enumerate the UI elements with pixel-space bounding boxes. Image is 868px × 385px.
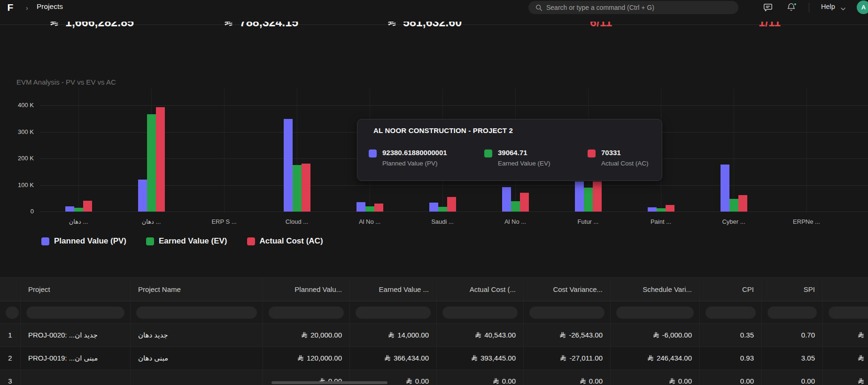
table-row[interactable]: 30.000.000.000.000.000.000.00 — [0, 370, 868, 385]
cell-spi[interactable]: 3.05 — [762, 347, 823, 369]
bar[interactable] — [356, 202, 365, 212]
search-input[interactable] — [528, 1, 738, 14]
bar[interactable] — [511, 201, 520, 212]
cell-sched_var[interactable]: 246,434.00 — [611, 347, 700, 369]
bar[interactable] — [293, 165, 302, 212]
col-header-earned[interactable]: Earned Value ... — [350, 278, 437, 301]
legend-item[interactable]: Earned Value (EV) — [146, 236, 227, 246]
cell-idx[interactable]: 2 — [0, 347, 21, 369]
table-row[interactable]: 2PROJ-0019: ...ان‎ مبنىدهان‎ مبنى120,000… — [0, 347, 868, 370]
bar[interactable] — [721, 165, 729, 212]
cell-project[interactable] — [21, 370, 131, 385]
cell-idx[interactable]: 1 — [0, 324, 21, 346]
cell-actual[interactable]: 0.00 — [437, 370, 524, 385]
bar[interactable] — [284, 119, 293, 212]
cell-actual[interactable]: 393,445.00 — [437, 347, 524, 369]
cell-project[interactable]: PROJ-0020: ...ان‎ جديد — [21, 324, 131, 346]
bar[interactable] — [438, 207, 447, 212]
cell-name[interactable] — [131, 370, 263, 385]
cell-sched_var[interactable]: 0.00 — [611, 370, 700, 385]
bar[interactable] — [374, 204, 383, 212]
filter-input-extra[interactable] — [829, 306, 868, 319]
cell-earned[interactable]: 366,434.00 — [350, 347, 437, 369]
tooltip-swatch — [369, 149, 377, 157]
tooltip-value: 39064.71 — [498, 149, 550, 157]
chart-legend: Planned Value (PV)Earned Value (EV)Actua… — [41, 236, 323, 246]
bar[interactable] — [729, 199, 738, 212]
bar[interactable] — [83, 201, 92, 212]
cell-actual[interactable]: 40,543.00 — [437, 324, 524, 346]
col-header-cost_var[interactable]: Cost Variance... — [524, 278, 611, 301]
saudi-riyal-icon — [858, 332, 864, 338]
chat-icon[interactable] — [763, 2, 774, 14]
col-header-spi[interactable]: SPI — [762, 278, 823, 301]
filter-input-earned[interactable] — [356, 306, 431, 319]
filter-input-actual[interactable] — [442, 306, 518, 319]
x-axis-category-label: Saudi ... — [407, 218, 478, 225]
bar[interactable] — [65, 206, 74, 212]
y-axis-tick-label: 0 — [6, 208, 34, 215]
cell-earned[interactable]: 14,000.00 — [350, 324, 437, 346]
bar[interactable] — [302, 164, 310, 212]
cell-spi[interactable]: 0.00 — [762, 370, 823, 385]
horizontal-scrollbar[interactable] — [271, 381, 388, 384]
gridline-v — [224, 88, 225, 212]
bar[interactable] — [666, 205, 674, 212]
cell-name[interactable]: دهان‎ مبنى — [131, 347, 263, 369]
filter-input-spi[interactable] — [767, 306, 817, 319]
cell-cost_var[interactable]: -27,011.00 — [524, 347, 611, 369]
filter-input-sched_var[interactable] — [616, 306, 694, 319]
filter-input-project[interactable] — [26, 306, 124, 319]
bar[interactable] — [447, 197, 456, 212]
cell-cpi[interactable]: 0.00 — [700, 370, 762, 385]
bar[interactable] — [584, 188, 593, 212]
bar[interactable] — [520, 193, 529, 212]
col-header-extra[interactable] — [823, 278, 868, 301]
cell-sched_var[interactable]: -6,000.00 — [611, 324, 700, 346]
bar[interactable] — [147, 114, 156, 212]
bar[interactable] — [429, 203, 438, 212]
bar[interactable] — [738, 195, 747, 212]
cell-planned[interactable]: 120,000.00 — [263, 347, 350, 369]
col-header-idx[interactable] — [0, 278, 21, 301]
cell-cost_var[interactable]: 0.00 — [524, 370, 611, 385]
cell-spi[interactable]: 0.70 — [762, 324, 823, 346]
cell-idx[interactable]: 3 — [0, 370, 21, 385]
breadcrumb[interactable]: Projects — [37, 2, 63, 11]
filter-input-cpi[interactable] — [705, 306, 756, 319]
cell-name[interactable]: دهان‎ جديد — [131, 324, 263, 346]
filter-input-planned[interactable] — [269, 306, 344, 319]
filter-input-name[interactable] — [136, 306, 257, 319]
col-header-planned[interactable]: Planned Valu... — [263, 278, 350, 301]
cell-extra[interactable] — [823, 347, 868, 369]
bar[interactable] — [138, 180, 147, 212]
bar[interactable] — [657, 208, 666, 212]
table-row[interactable]: 1PROJ-0020: ...ان‎ جديددهان‎ جديد20,000.… — [0, 324, 868, 347]
filter-input-cost_var[interactable] — [529, 306, 604, 319]
cell-cost_var[interactable]: -26,543.00 — [524, 324, 611, 346]
avatar[interactable]: A — [857, 0, 868, 14]
bar[interactable] — [502, 187, 511, 212]
col-header-project[interactable]: Project — [21, 278, 131, 301]
legend-item[interactable]: Planned Value (PV) — [41, 236, 126, 246]
bar[interactable] — [365, 206, 374, 212]
cell-cpi[interactable]: 0.35 — [700, 324, 762, 346]
col-header-actual[interactable]: Actual Cost (... — [437, 278, 524, 301]
legend-item[interactable]: Actual Cost (AC) — [247, 236, 323, 246]
bar[interactable] — [648, 207, 657, 212]
cell-extra[interactable] — [823, 370, 868, 385]
col-header-name[interactable]: Project Name — [131, 278, 263, 301]
frappe-logo-icon[interactable]: F — [5, 2, 16, 13]
bar[interactable] — [156, 107, 165, 212]
cell-cpi[interactable]: 0.93 — [700, 347, 762, 369]
help-button[interactable]: Help — [821, 3, 835, 10]
cell-project[interactable]: PROJ-0019: ...ان‎ مبنى — [21, 347, 131, 369]
filter-input-idx[interactable] — [6, 306, 19, 319]
cell-extra[interactable] — [823, 324, 868, 346]
cell-planned[interactable]: 20,000.00 — [263, 324, 350, 346]
col-header-cpi[interactable]: CPI — [700, 278, 762, 301]
bar[interactable] — [593, 181, 602, 212]
col-header-sched_var[interactable]: Schedule Vari... — [611, 278, 700, 301]
bar[interactable] — [74, 208, 83, 212]
bar[interactable] — [575, 181, 584, 212]
